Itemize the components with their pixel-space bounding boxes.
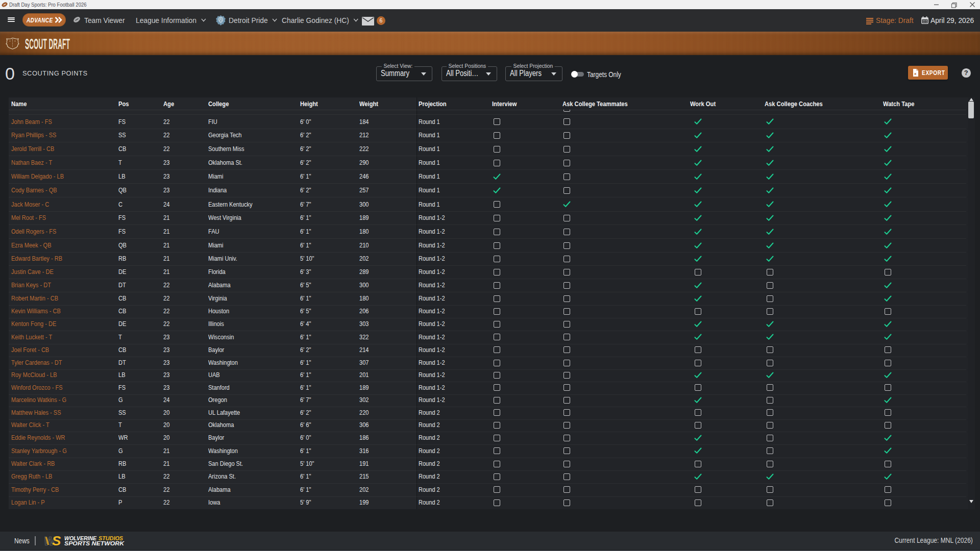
svg-text:SPORTS NETWORK: SPORTS NETWORK — [64, 540, 125, 546]
svg-text:S: S — [52, 536, 61, 546]
svg-text:x: x — [914, 71, 917, 76]
